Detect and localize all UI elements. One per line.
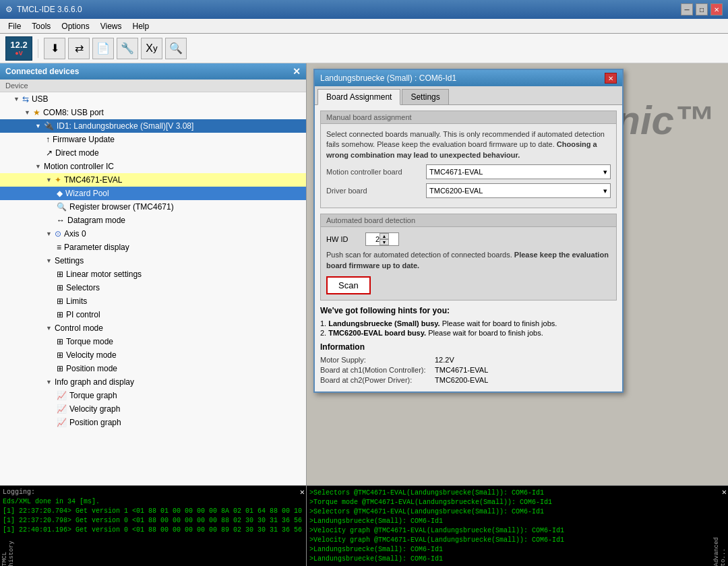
upload-button[interactable]: ⇄: [68, 38, 90, 59]
tree-register-browser[interactable]: 🔍 Register browser (TMC4671): [0, 200, 306, 214]
close-button[interactable]: ✕: [710, 3, 723, 15]
tree-axis0-label: Axis 0: [64, 229, 86, 239]
info-section: Information Motor Supply: 12.2V Board at…: [320, 342, 617, 384]
tree-datagram-mode[interactable]: ↔ Datagram mode: [0, 214, 306, 227]
hw-id-stepper[interactable]: ▲ ▼: [380, 233, 389, 245]
menu-tools[interactable]: Tools: [26, 20, 56, 32]
tree-axis0[interactable]: ▼ ⊙ Axis 0: [0, 227, 306, 241]
tree-position-mode[interactable]: ⊞ Position mode: [0, 362, 306, 375]
hw-id-input[interactable]: 2 ▲ ▼: [365, 232, 399, 246]
info-val-motor-supply: 12.2V: [435, 356, 454, 364]
tree-control-mode[interactable]: ▼ Control mode: [0, 321, 306, 335]
connected-devices-header: Connected devices ✕: [0, 63, 306, 80]
hw-id-increment[interactable]: ▲: [380, 233, 389, 239]
tree-velocity-graph[interactable]: 📈 Velocity graph: [0, 402, 306, 416]
automated-section-title: Automated board detection: [321, 214, 616, 227]
expand-icon: ▼: [46, 257, 52, 264]
menu-file[interactable]: File: [3, 20, 26, 32]
pi-icon: ⊞: [57, 310, 63, 319]
driver-board-select[interactable]: TMC6200-EVAL: [426, 183, 611, 198]
torque-icon: ⊞: [57, 337, 63, 346]
tree-velocity-label: Velocity mode: [66, 350, 117, 360]
menu-views[interactable]: Views: [95, 20, 127, 32]
dialog-close-button[interactable]: ✕: [605, 73, 617, 84]
manual-section-title: Manual board assignment: [321, 111, 616, 124]
log-close-button[interactable]: ✕: [300, 487, 305, 497]
dialog-title: Landungsbruecke (Small) : COM6-Id1: [320, 73, 456, 83]
info-key-ch2: Board at ch2(Power Driver):: [320, 376, 435, 384]
driver-board-value: TMC6200-EVAL: [429, 187, 483, 195]
driver-board-chevron: [603, 187, 607, 195]
tree-register-label: Register browser (TMC4671): [69, 202, 174, 212]
voltage-value: 12.2: [10, 40, 27, 50]
tree-parameter-display[interactable]: ≡ Parameter display: [0, 241, 306, 254]
hints-title: We've got following hints for you:: [320, 306, 617, 315]
tree-linear-motor[interactable]: ⊞ Linear motor settings: [0, 268, 306, 281]
menu-help[interactable]: Help: [127, 20, 155, 32]
tree-wizard-pool[interactable]: ◆ Wizard Pool: [0, 187, 306, 200]
adv-line-6: >Landungsbruecke(Small): COM6-Id1: [309, 545, 725, 555]
tree-torque-mode[interactable]: ⊞ Torque mode: [0, 335, 306, 348]
scan-button[interactable]: Scan: [326, 276, 371, 294]
menu-options[interactable]: Options: [56, 20, 94, 32]
tree-id1[interactable]: ▼ 🔌 ID1: Landungsbruecke (Small)[V 3.08]: [0, 119, 306, 133]
tm-logo: nic™: [615, 97, 715, 144]
tree-limits[interactable]: ⊞ Limits: [0, 294, 306, 308]
tree-info-graph[interactable]: ▼ Info graph and display: [0, 375, 306, 389]
tmcl-history-tab[interactable]: TMCL history: [1, 526, 15, 567]
tree-control-label: Control mode: [55, 323, 103, 333]
info-row-motor-supply: Motor Supply: 12.2V: [320, 356, 617, 364]
titlebar-controls[interactable]: ─ □ ✕: [681, 3, 723, 15]
dialog-content: Manual board assignment Select connected…: [315, 105, 622, 391]
close-panel-icon[interactable]: ✕: [293, 66, 301, 77]
firmware-icon: ↑: [46, 135, 50, 144]
maximize-button[interactable]: □: [696, 3, 708, 15]
file-button[interactable]: 📄: [92, 38, 114, 59]
expand-icon: ▼: [13, 96, 20, 102]
app-icon: ⚙: [5, 5, 13, 14]
search-button[interactable]: 🔍: [165, 38, 187, 59]
voltage-widget: 12.2 ●V: [5, 36, 32, 61]
expand-icon: ▼: [35, 123, 41, 129]
register-icon: 🔍: [57, 202, 67, 212]
advanced-tab[interactable]: Advanced to...: [713, 526, 727, 567]
tree-motion-controller[interactable]: ▼ Motion controller IC: [0, 160, 306, 173]
dialog-titlebar: Landungsbruecke (Small) : COM6-Id1 ✕: [315, 70, 622, 86]
tree-param-label: Parameter display: [64, 243, 129, 252]
settings-button[interactable]: 🔧: [117, 38, 138, 59]
tree-selectors-label: Selectors: [66, 283, 100, 292]
velocity-icon: ⊞: [57, 350, 63, 360]
limits-icon: ⊞: [57, 296, 63, 306]
log-line-2: [1] 22:37:20.798> Get version 0 <01 88 0…: [3, 516, 303, 526]
detection-inner: HW ID 2 ▲ ▼ Push scan for automated dete…: [321, 227, 616, 300]
expand-icon: ▼: [24, 109, 30, 116]
tree-tmc4671[interactable]: ▼ ✦ TMC4671-EVAL: [0, 173, 306, 187]
dialog-tabs: Board Assignment Settings: [315, 86, 622, 105]
variable-button[interactable]: Xy: [141, 38, 162, 59]
tab-settings[interactable]: Settings: [402, 89, 448, 104]
wizard-icon: ◆: [57, 189, 63, 198]
tree-firmware-label: Firmware Update: [53, 135, 115, 144]
minimize-button[interactable]: ─: [681, 3, 693, 15]
tree-firmware-update[interactable]: ↑ Firmware Update: [0, 133, 306, 146]
tree-direct-mode[interactable]: ↗ Direct mode: [0, 146, 306, 160]
tree-usb[interactable]: ▼ ⇆ USB: [0, 92, 306, 106]
tree-direct-label: Direct mode: [55, 148, 99, 158]
tree-settings[interactable]: ▼ Settings: [0, 254, 306, 268]
motion-controller-select[interactable]: TMC4671-EVAL: [426, 164, 611, 179]
tree-position-graph[interactable]: 📈 Position graph: [0, 416, 306, 429]
tree-com8[interactable]: ▼ ★ COM8: USB port: [0, 106, 306, 119]
download-button[interactable]: ⬇: [44, 38, 65, 59]
tree-motion-label: Motion controller IC: [44, 162, 114, 171]
tree-selectors[interactable]: ⊞ Selectors: [0, 281, 306, 294]
tree-pi-control[interactable]: ⊞ PI control: [0, 308, 306, 321]
expand-icon: ▼: [46, 379, 52, 385]
com-icon: ★: [33, 108, 40, 117]
tab-board-assignment[interactable]: Board Assignment: [317, 89, 400, 105]
right-panel: nic™ Landungsbruecke (Small) : COM6-Id1 …: [307, 63, 728, 485]
hint-item-1: 1. Landungsbruecke (Small) busy. Please …: [320, 319, 617, 327]
tree-velocity-mode[interactable]: ⊞ Velocity mode: [0, 348, 306, 362]
tree-torque-graph[interactable]: 📈 Torque graph: [0, 389, 306, 402]
hw-id-decrement[interactable]: ▼: [380, 239, 389, 245]
advanced-close-button[interactable]: ✕: [722, 487, 727, 497]
